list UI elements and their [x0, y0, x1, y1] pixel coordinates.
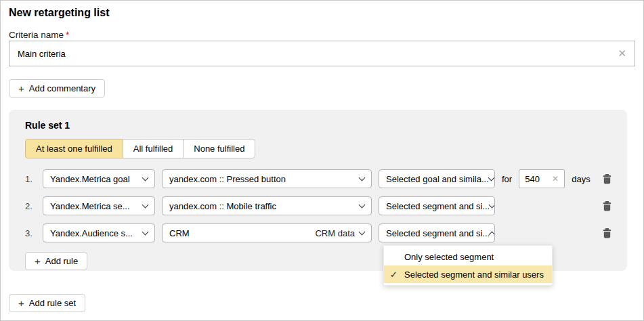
- criteria-name-value: Main criteria: [18, 49, 66, 59]
- rule-set-title: Rule set 1: [25, 120, 612, 131]
- criteria-name-input[interactable]: Main criteria ✕: [9, 41, 635, 66]
- add-rule-set-button[interactable]: + Add rule set: [9, 294, 85, 312]
- rule-row-1: 1. Yandex.Metrica goal yandex.com :: Pre…: [25, 169, 612, 188]
- rule2-audience-value: Selected segment and si...: [386, 201, 490, 211]
- rule-row-2: 2. Yandex.Metrica se... yandex.com :: Mo…: [25, 196, 612, 215]
- clear-days-icon[interactable]: ✕: [552, 174, 559, 184]
- days-count-value: 540: [525, 174, 540, 184]
- delete-rule-button[interactable]: [602, 200, 612, 211]
- rule3-condition-value: CRM: [169, 228, 190, 238]
- rule1-condition-select[interactable]: yandex.com :: Pressed button: [162, 169, 372, 188]
- rule3-audience-value: Selected segment and si...: [386, 228, 490, 238]
- match-mode-toggle-group: At least one fulfilled All fulfilled Non…: [25, 139, 612, 158]
- add-rule-set-label: Add rule set: [29, 298, 76, 308]
- rule-index: 1.: [25, 174, 36, 184]
- trash-icon: [602, 200, 612, 211]
- match-mode-all[interactable]: All fulfilled: [123, 139, 184, 158]
- new-retargeting-list-form: New retargeting list Criteria name* Main…: [0, 0, 644, 321]
- add-rule-label: Add rule: [45, 256, 78, 266]
- criteria-name-label-text: Criteria name: [9, 30, 64, 40]
- delete-rule-button[interactable]: [602, 228, 612, 238]
- chevron-down-icon: [359, 201, 366, 208]
- add-commentary-label: Add commentary: [29, 83, 95, 93]
- rule1-source-select[interactable]: Yandex.Metrica goal: [43, 169, 155, 188]
- chevron-down-icon: [142, 174, 149, 181]
- trash-icon: [602, 173, 612, 184]
- plus-icon: +: [18, 83, 24, 94]
- rule2-audience-select[interactable]: Selected segment and si...: [379, 196, 495, 215]
- chevron-down-icon: [488, 174, 494, 181]
- for-label: for: [502, 174, 512, 184]
- audience-dropdown-menu: Only selected segment ✓ Selected segment…: [383, 245, 553, 286]
- rule-index: 3.: [25, 228, 36, 238]
- rule1-audience-value: Selected goal and simila...: [386, 174, 489, 184]
- plus-icon: +: [18, 297, 24, 309]
- match-mode-at-least-one[interactable]: At least one fulfilled: [25, 139, 123, 158]
- delete-rule-button[interactable]: [602, 173, 612, 184]
- condition-type-tag: CRM data: [315, 228, 355, 238]
- days-count-input[interactable]: 540 ✕: [519, 169, 565, 188]
- menu-item-label: Only selected segment: [404, 252, 494, 262]
- check-icon: ✓: [390, 270, 404, 280]
- rule-index: 2.: [25, 201, 36, 211]
- menu-item-label: Selected segment and similar users: [404, 270, 544, 280]
- rule3-source-select[interactable]: Yandex.Audience s...: [43, 223, 155, 242]
- chevron-down-icon: [142, 228, 149, 235]
- plus-icon: +: [35, 255, 41, 267]
- page-title: New retargeting list: [9, 7, 635, 19]
- add-rule-button[interactable]: + Add rule: [25, 252, 87, 270]
- add-commentary-button[interactable]: + Add commentary: [9, 79, 105, 98]
- rule3-audience-select-open[interactable]: Selected segment and si...: [379, 223, 495, 242]
- rule3-condition-select[interactable]: CRM CRM data: [162, 223, 372, 242]
- match-mode-none[interactable]: None fulfilled: [183, 139, 255, 158]
- rule1-source-value: Yandex.Metrica goal: [50, 174, 130, 184]
- criteria-name-label: Criteria name*: [9, 30, 635, 41]
- rule1-condition-value: yandex.com :: Pressed button: [169, 174, 286, 184]
- rule2-source-select[interactable]: Yandex.Metrica se...: [43, 196, 155, 215]
- required-asterisk: *: [66, 30, 69, 40]
- menu-item-selected-segment-and-similar[interactable]: ✓ Selected segment and similar users: [384, 265, 552, 283]
- clear-input-icon[interactable]: ✕: [618, 47, 626, 60]
- rule3-source-value: Yandex.Audience s...: [50, 228, 133, 238]
- rule2-source-value: Yandex.Metrica se...: [50, 201, 130, 211]
- days-label: days: [572, 174, 590, 184]
- rule2-condition-select[interactable]: yandex.com :: Mobile traffic: [162, 196, 372, 215]
- rule2-condition-value: yandex.com :: Mobile traffic: [169, 201, 276, 211]
- chevron-down-icon: [142, 201, 149, 208]
- rule1-audience-select[interactable]: Selected goal and simila...: [379, 169, 495, 188]
- trash-icon: [602, 228, 612, 238]
- chevron-down-icon: [359, 174, 366, 181]
- rule-row-3: 3. Yandex.Audience s... CRM CRM data Sel…: [25, 223, 612, 242]
- chevron-down-icon: [359, 228, 366, 235]
- menu-item-only-selected-segment[interactable]: Only selected segment: [384, 248, 552, 265]
